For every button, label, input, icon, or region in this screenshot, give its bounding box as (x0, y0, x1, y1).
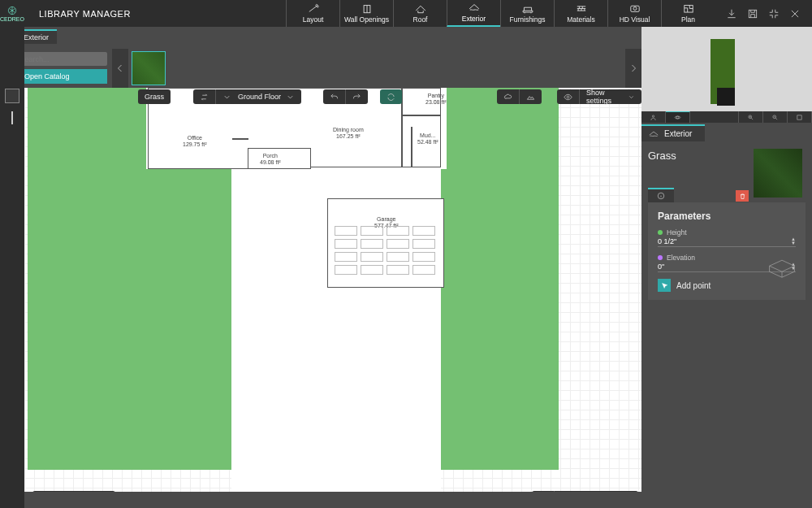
undo-button[interactable] (323, 89, 346, 104)
floor-select[interactable]: Ground Floor (231, 89, 301, 104)
tab-exterior[interactable]: Exterior (447, 0, 500, 27)
cube-icon (765, 256, 799, 280)
visibility-icon[interactable] (557, 89, 580, 104)
height-value[interactable]: 0 1/2" (658, 237, 791, 246)
tab-hd-visual[interactable]: HD Visual (607, 0, 661, 27)
svg-point-3 (633, 7, 637, 11)
cloud-icon[interactable] (497, 89, 520, 104)
show-settings-button[interactable]: Show settings (580, 89, 641, 104)
sync-icon[interactable] (380, 89, 402, 104)
app-title: LIBRARY MANAGER (24, 0, 145, 27)
save-icon[interactable] (747, 8, 758, 20)
height-label: Height (658, 228, 796, 237)
svg-point-7 (567, 96, 569, 98)
info-tab[interactable] (648, 188, 674, 202)
app-logo: CEDREO (0, 0, 24, 27)
parameters-heading: Parameters (658, 211, 796, 222)
carousel-next[interactable] (625, 49, 641, 88)
material-tag: Grass (138, 89, 171, 104)
carousel-prev[interactable] (112, 49, 128, 88)
tool-grid[interactable] (5, 89, 19, 103)
svg-point-13 (675, 116, 680, 119)
collapse-icon[interactable] (768, 8, 780, 20)
floorplan-canvas[interactable]: Office129.75 ft² Porch49.08 ft² Dining r… (24, 88, 641, 492)
swap-icon[interactable] (193, 89, 216, 104)
props-tab-exterior[interactable]: Exterior (641, 124, 705, 141)
svg-point-12 (676, 116, 679, 119)
delete-button[interactable] (736, 190, 749, 202)
download-icon[interactable] (726, 8, 737, 20)
tab-layout[interactable]: Layout (286, 0, 339, 27)
tab-roof[interactable]: Roof (393, 0, 447, 27)
tab-furnishings[interactable]: Furnishings (500, 0, 554, 27)
tab-materials[interactable]: Materials (554, 0, 607, 27)
material-thumb-grass[interactable] (132, 51, 166, 85)
mini-zoom-out-icon[interactable] (763, 111, 788, 123)
landscape-icon[interactable] (520, 89, 542, 104)
svg-point-11 (652, 115, 654, 116)
svg-rect-16 (797, 115, 801, 119)
mini-expand-icon[interactable] (788, 111, 812, 123)
material-swatch[interactable] (754, 149, 802, 198)
preview-3d[interactable] (641, 27, 812, 111)
mini-zoom-in-icon[interactable] (739, 111, 763, 123)
tool-line[interactable] (11, 111, 13, 124)
tab-wall-openings[interactable]: Wall Openings (339, 0, 393, 27)
height-stepper[interactable]: ▲▼ (791, 237, 796, 245)
tab-plan[interactable]: Plan (661, 0, 715, 27)
add-point-button[interactable]: Add point (658, 279, 796, 292)
mini-orbit-icon[interactable] (666, 111, 690, 123)
close-icon[interactable] (789, 8, 801, 20)
svg-rect-5 (749, 10, 756, 17)
redo-button[interactable] (346, 89, 368, 104)
mini-person-icon[interactable] (641, 111, 666, 123)
